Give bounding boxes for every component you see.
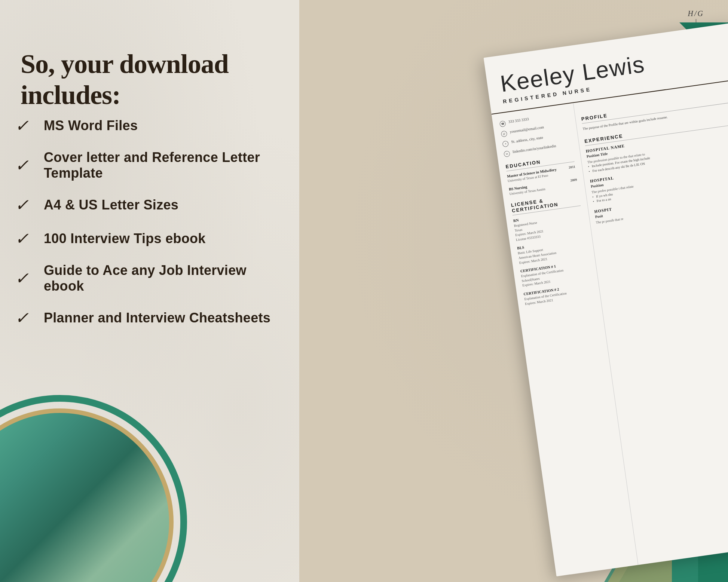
phone-icon: ☎ <box>499 120 506 127</box>
checklist-item-label: A4 & US Letter Sizes <box>44 197 178 213</box>
list-item: ✓ Guide to Ace any Job Interview ebook <box>15 263 288 294</box>
checklist-item-label: Guide to Ace any Job Interview ebook <box>44 263 288 294</box>
check-icon: ✓ <box>15 116 36 135</box>
email-text: youremail@email.com <box>510 125 544 134</box>
linkedin-icon: in <box>504 150 510 157</box>
email-icon: @ <box>501 131 507 137</box>
checklist: ✓ MS Word Files ✓ Cover letter and Refer… <box>15 116 288 342</box>
check-icon: ✓ <box>15 229 36 248</box>
linkedin-text: linkedin.com/in/yourlinkedin <box>513 144 556 154</box>
location-icon: ⌖ <box>502 141 509 147</box>
headline: So, your download includes: <box>21 49 275 111</box>
logo-letters: H/G <box>682 9 709 18</box>
list-item: ✓ 100 Interview Tips ebook <box>15 229 288 248</box>
phone-text: 333 333 3333 <box>508 117 529 124</box>
check-icon: ✓ <box>15 195 36 215</box>
circle-inner <box>0 408 174 582</box>
check-icon: ✓ <box>15 269 36 288</box>
check-icon: ✓ <box>15 156 36 175</box>
check-icon: ✓ <box>15 308 36 328</box>
address-text: St. address, city, state <box>511 135 544 144</box>
checklist-item-label: Planner and Interview Cheatsheets <box>44 310 270 326</box>
checklist-item-label: MS Word Files <box>44 118 138 134</box>
list-item: ✓ A4 & US Letter Sizes <box>15 195 288 215</box>
list-item: ✓ Planner and Interview Cheatsheets <box>15 308 288 328</box>
checklist-item-label: 100 Interview Tips ebook <box>44 231 206 246</box>
checklist-item-label: Cover letter and Reference Letter Templa… <box>44 150 288 181</box>
list-item: ✓ MS Word Files <box>15 116 288 135</box>
list-item: ✓ Cover letter and Reference Letter Temp… <box>15 150 288 181</box>
